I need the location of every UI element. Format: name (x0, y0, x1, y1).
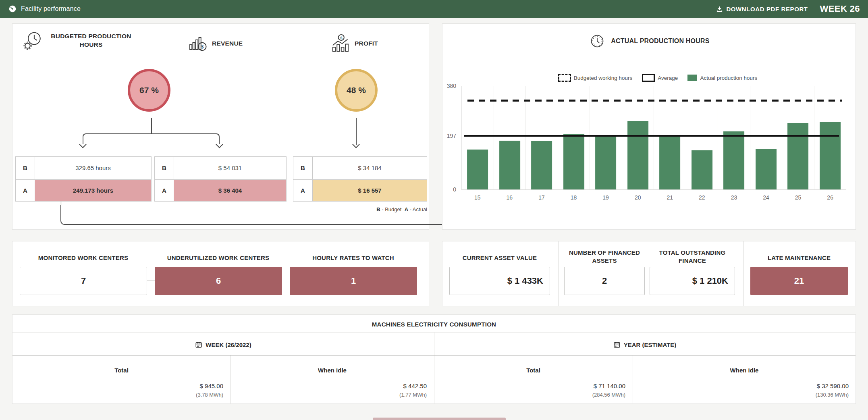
row-key-b: B (155, 157, 174, 179)
x-tick-24: 24 (750, 194, 782, 201)
calendar-icon (195, 341, 202, 348)
bar-week-18[interactable] (563, 134, 584, 189)
y-tick-380: 380 (447, 83, 456, 89)
chart-legend: Budgeted working hours Average Actual pr… (461, 74, 848, 82)
period-divider (434, 333, 434, 355)
outstanding-finance-label: TOTAL OUTSTANDING FINANCE (650, 249, 735, 265)
bar-week-25[interactable] (787, 123, 808, 189)
y-tick-0: 0 (453, 186, 456, 193)
budget-hours-value: 329.65 hours (35, 157, 151, 179)
year-period-header: YEAR (ESTIMATE) (434, 338, 856, 351)
budgeted-hours-title: BUDGETED PRODUCTION HOURS (47, 32, 135, 49)
clock-gear-icon (23, 31, 43, 51)
outstanding-finance-value: $ 1 210K (692, 276, 728, 286)
bar-week-23[interactable] (723, 131, 744, 189)
x-tick-23: 23 (718, 194, 750, 201)
monitored-wc-box[interactable]: 7 (20, 267, 147, 295)
row-key-b: B (16, 157, 35, 179)
legend-budgeted-label: Budgeted working hours (574, 75, 633, 81)
assets-divider-1 (558, 241, 559, 306)
bar-week-26[interactable] (820, 122, 841, 189)
year-total-energy: (284.56 MWh) (434, 392, 633, 398)
bar-week-22[interactable] (691, 150, 712, 189)
calendar-icon (613, 341, 621, 348)
kpi-connector-line (147, 281, 155, 281)
revenue-title: REVENUE (212, 40, 243, 48)
financed-assets-box[interactable]: 2 (564, 267, 645, 295)
top-bar: Facility performance DOWNLOAD PDF REPORT… (0, 0, 868, 18)
svg-text:$: $ (201, 44, 204, 50)
download-icon (716, 6, 723, 12)
electricity-title: MACHINES ELECTRICITY CONSUMPTION (12, 321, 856, 328)
week-total-money: $ 945.00 (12, 383, 230, 389)
actual-revenue-value: $ 36 404 (174, 179, 286, 201)
actual-profit-value: $ 16 557 (313, 179, 427, 201)
gridline-380 (461, 86, 846, 86)
svg-text:$: $ (340, 35, 343, 40)
revenue-table: B $ 54 031 A $ 36 404 (154, 156, 287, 202)
week-idle-column: When idle $ 442.50 (1.77 MWh) (230, 367, 434, 398)
late-maintenance-value: 21 (794, 276, 804, 286)
bar-week-16[interactable] (499, 141, 520, 189)
asset-value-label: CURRENT ASSET VALUE (449, 254, 550, 262)
budget-utilization-gauge: 67 % (128, 69, 170, 112)
row-key-a: A (293, 179, 313, 201)
x-tick-26: 26 (814, 194, 846, 201)
asset-value-box[interactable]: $ 1 433K (449, 267, 550, 295)
chart-xaxis: 151617181920212223242526 (461, 194, 846, 201)
gauge-connector-fork (83, 133, 220, 144)
week-idle-money: $ 442.50 (230, 383, 434, 389)
hourly-rates-label: HOURLY RATES TO WATCH (290, 254, 417, 262)
financed-assets-label: NUMBER OF FINANCED ASSETS (564, 249, 645, 265)
week-period-header: WEEK (26/2022) (12, 338, 434, 351)
year-total-money: $ 71 140.00 (434, 383, 633, 389)
bar-week-20[interactable] (627, 121, 648, 189)
x-tick-21: 21 (654, 194, 686, 201)
green-bar-swatch (687, 75, 697, 81)
x-tick-16: 16 (494, 194, 526, 201)
app-title: Facility performance (21, 5, 81, 12)
bar-week-17[interactable] (531, 141, 552, 189)
financed-assets-value: 2 (602, 276, 607, 286)
download-pdf-button[interactable]: DOWNLOAD PDF REPORT (716, 6, 808, 12)
chart-header: ACTUAL PRODUCTION HOURS (442, 32, 856, 50)
budget-utilization-value: 67 % (139, 85, 159, 95)
profit-title: PROFIT (355, 40, 378, 48)
budgeted-hours-table: B 329.65 hours A 249.173 hours (15, 156, 152, 202)
gauge-connector-stem (151, 118, 152, 134)
solid-line-swatch (642, 74, 655, 82)
average-line (464, 135, 839, 137)
bar-week-19[interactable] (595, 135, 616, 189)
actual-hours-value: 249.173 hours (35, 179, 151, 201)
chart-title: ACTUAL PRODUCTION HOURS (611, 37, 709, 46)
hourly-rates-value: 1 (351, 276, 356, 286)
week-idle-energy: (1.77 MWh) (230, 392, 434, 398)
year-idle-label: When idle (633, 367, 856, 374)
late-maintenance-label: LATE MAINTENANCE (750, 254, 848, 262)
week-total-energy: (3.78 MWh) (12, 392, 230, 398)
assets-divider-2 (743, 241, 744, 306)
budget-profit-value: $ 34 184 (313, 157, 427, 179)
profit-ratio-value: 48 % (347, 85, 366, 95)
year-period-label: YEAR (ESTIMATE) (624, 341, 677, 348)
row-key-a: A (155, 179, 174, 201)
outstanding-finance-box[interactable]: $ 1 210K (650, 267, 735, 295)
late-maintenance-box[interactable]: 21 (750, 267, 848, 295)
legend-budgeted: Budgeted working hours (558, 74, 633, 82)
x-tick-20: 20 (622, 194, 654, 201)
year-idle-column: When idle $ 32 590.00 (130.36 MWh) (633, 367, 856, 398)
profit-table: B $ 34 184 A $ 16 557 (293, 156, 427, 202)
bar-week-21[interactable] (659, 135, 680, 189)
hourly-rates-box[interactable]: 1 (290, 267, 417, 295)
download-pdf-label: DOWNLOAD PDF REPORT (726, 6, 808, 12)
profit-header: $ PROFIT (331, 34, 378, 53)
legend-actual: Actual production hours (687, 75, 757, 81)
underutilized-wc-box[interactable]: 6 (155, 267, 282, 295)
revenue-header: $ REVENUE (189, 34, 243, 53)
x-tick-25: 25 (782, 194, 814, 201)
bar-week-15[interactable] (467, 150, 488, 189)
underutilized-wc-label: UNDERUTILIZED WORK CENTERS (155, 254, 282, 262)
x-tick-18: 18 (558, 194, 590, 201)
dashed-line-swatch (558, 74, 571, 82)
bar-week-24[interactable] (756, 149, 777, 189)
